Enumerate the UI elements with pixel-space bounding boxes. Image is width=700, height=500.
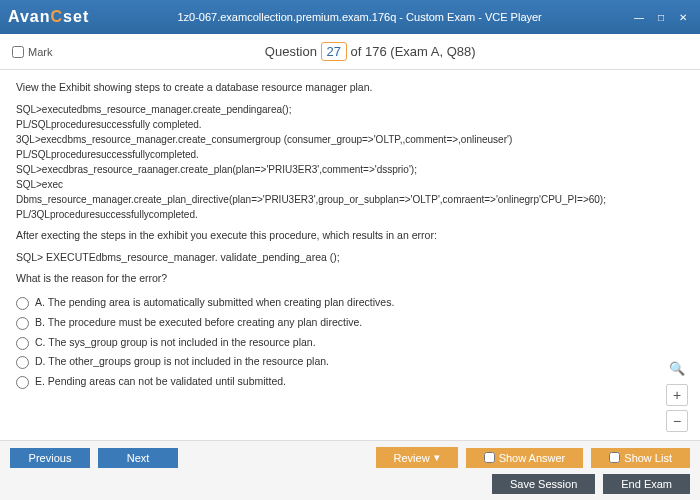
close-icon[interactable]: ✕ — [674, 10, 692, 24]
option-a: A. The pending area is automatically sub… — [16, 295, 684, 311]
logo: AvanCset — [8, 8, 89, 26]
option-a-label: A. The pending area is automatically sub… — [35, 295, 394, 311]
exec-line: SQL> EXECUTEdbms_resource_manager. valid… — [16, 250, 684, 266]
window-controls: — □ ✕ — [630, 10, 692, 24]
review-label: Review — [394, 452, 430, 464]
show-list-button[interactable]: Show List — [591, 448, 690, 468]
content-area: View the Exhibit showing steps to create… — [0, 70, 700, 440]
titlebar: AvanCset 1z0-067.examcollection.premium.… — [0, 0, 700, 34]
maximize-icon[interactable]: □ — [652, 10, 670, 24]
action-buttons: Review ▾ Show Answer Show List — [376, 447, 690, 468]
after-text: After execting the steps in the exhibit … — [16, 228, 684, 244]
minimize-icon[interactable]: — — [630, 10, 648, 24]
option-d: D. The other_groups group is not include… — [16, 354, 684, 370]
option-e-radio[interactable] — [16, 376, 29, 389]
save-session-button[interactable]: Save Session — [492, 474, 595, 494]
question-total: of 176 (Exam A, Q88) — [351, 44, 476, 59]
mark-section: Mark — [12, 46, 52, 58]
code-line: Dbms_resource_manager.create_plan_direct… — [16, 192, 684, 207]
code-line: PL/3QLproceduresuccessfullycompleted. — [16, 207, 684, 222]
code-line: 3QL>execdbms_resource_manager.create_con… — [16, 132, 684, 147]
option-d-radio[interactable] — [16, 356, 29, 369]
nav-buttons: Previous Next — [10, 448, 178, 468]
code-line: SQL>exec — [16, 177, 684, 192]
mark-label: Mark — [28, 46, 52, 58]
footer-row-1: Previous Next Review ▾ Show Answer Show … — [10, 447, 690, 468]
show-answer-button[interactable]: Show Answer — [466, 448, 584, 468]
question-header: Mark Question 27 of 176 (Exam A, Q88) — [0, 34, 700, 70]
logo-suffix: set — [63, 8, 89, 25]
code-line: PL/SQLproceduresuccessfully completed. — [16, 117, 684, 132]
next-button[interactable]: Next — [98, 448, 178, 468]
option-e-label: E. Pending areas can not be validated un… — [35, 374, 286, 390]
option-b: B. The procedure must be executed before… — [16, 315, 684, 331]
option-d-label: D. The other_groups group is not include… — [35, 354, 329, 370]
option-a-radio[interactable] — [16, 297, 29, 310]
option-c: C. The sys_group group is not included i… — [16, 335, 684, 351]
question-label: Question — [265, 44, 317, 59]
footer: Previous Next Review ▾ Show Answer Show … — [0, 440, 700, 500]
question-text: What is the reason for the error? — [16, 271, 684, 287]
zoom-in-button[interactable]: + — [666, 384, 688, 406]
mark-checkbox[interactable] — [12, 46, 24, 58]
previous-button[interactable]: Previous — [10, 448, 90, 468]
show-list-label: Show List — [624, 452, 672, 464]
show-answer-checkbox[interactable] — [484, 452, 495, 463]
code-line: SQL>executedbms_resource_manager.create_… — [16, 102, 684, 117]
code-line: SQL>execdbras_resource_raanager.create_p… — [16, 162, 684, 177]
show-list-checkbox[interactable] — [609, 452, 620, 463]
end-exam-button[interactable]: End Exam — [603, 474, 690, 494]
logo-accent: C — [51, 8, 64, 25]
option-c-label: C. The sys_group group is not included i… — [35, 335, 316, 351]
option-c-radio[interactable] — [16, 337, 29, 350]
review-button[interactable]: Review ▾ — [376, 447, 458, 468]
zoom-out-button[interactable]: − — [666, 410, 688, 432]
window-title: 1z0-067.examcollection.premium.exam.176q… — [177, 11, 541, 23]
zoom-controls: 🔍 + − — [666, 358, 688, 432]
code-line: PL/SQLproceduresuccessfullycompleted. — [16, 147, 684, 162]
show-answer-label: Show Answer — [499, 452, 566, 464]
logo-prefix: Avan — [8, 8, 51, 25]
option-e: E. Pending areas can not be validated un… — [16, 374, 684, 390]
options-list: A. The pending area is automatically sub… — [16, 295, 684, 390]
code-block: SQL>executedbms_resource_manager.create_… — [16, 102, 684, 222]
magnifier-icon[interactable]: 🔍 — [666, 358, 688, 380]
option-b-label: B. The procedure must be executed before… — [35, 315, 362, 331]
intro-text: View the Exhibit showing steps to create… — [16, 80, 684, 96]
footer-row-2: Save Session End Exam — [10, 474, 690, 494]
chevron-down-icon: ▾ — [434, 451, 440, 464]
question-number: 27 — [321, 42, 347, 61]
option-b-radio[interactable] — [16, 317, 29, 330]
question-title: Question 27 of 176 (Exam A, Q88) — [52, 42, 688, 61]
